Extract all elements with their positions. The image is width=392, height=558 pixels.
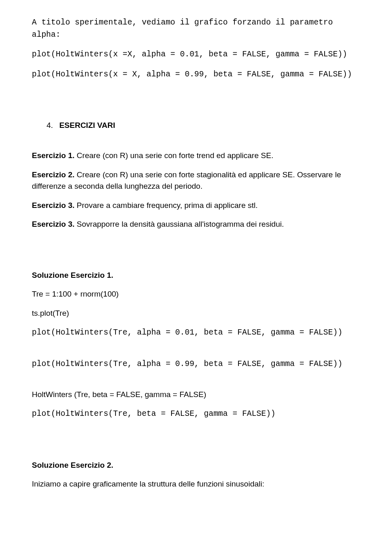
- exercise-3b-label: Esercizio 3.: [32, 220, 75, 228]
- solution-1-heading: Soluzione Esercizio 1.: [32, 270, 360, 281]
- section-number: 4.: [47, 121, 53, 129]
- exercise-2-label: Esercizio 2.: [32, 170, 75, 179]
- exercise-3b-text: Sovrapporre la densità gaussiana all'ist…: [75, 220, 284, 228]
- exercise-3-label: Esercizio 3.: [32, 201, 75, 210]
- sol1-line-tre: Tre = 1:100 + rnorm(100): [32, 288, 360, 300]
- section-heading: 4. ESERCIZI VARI: [32, 120, 360, 132]
- exercise-2: Esercizio 2. Creare (con R) una serie co…: [32, 169, 360, 192]
- exercise-3: Esercizio 3. Provare a cambiare frequenc…: [32, 200, 360, 212]
- exercise-1-label: Esercizio 1.: [32, 151, 75, 160]
- exercise-3b: Esercizio 3. Sovrapporre la densità gaus…: [32, 219, 360, 230]
- sol2-line-1: Iniziamo a capire graficamente la strutt…: [32, 478, 360, 490]
- exercise-1-text: Creare (con R) una serie con forte trend…: [75, 151, 274, 160]
- sol1-line-hw: HoltWinters (Tre, beta = FALSE, gamma = …: [32, 389, 360, 401]
- solution-2-heading: Soluzione Esercizio 2.: [32, 460, 360, 471]
- exercise-3-text: Provare a cambiare frequency, prima di a…: [75, 201, 258, 210]
- section-title: ESERCIZI VARI: [55, 121, 115, 129]
- code-line-1: plot(HoltWinters(x =X, alpha = 0.01, bet…: [32, 48, 360, 60]
- sol1-code-2: plot(HoltWinters(Tre, alpha = 0.99, beta…: [32, 358, 360, 370]
- code-line-2: plot(HoltWinters(x = X, alpha = 0.99, be…: [32, 68, 360, 80]
- sol1-code-3: plot(HoltWinters(Tre, beta = FALSE, gamm…: [32, 408, 360, 420]
- exercise-2-text: Creare (con R) una serie con forte stagi…: [32, 170, 341, 191]
- exercise-1: Esercizio 1. Creare (con R) una serie co…: [32, 150, 360, 162]
- sol1-code-1: plot(HoltWinters(Tre, alpha = 0.01, beta…: [32, 326, 360, 339]
- intro-text: A titolo sperimentale, vediamo il grafic…: [32, 16, 360, 41]
- sol1-line-tsplot: ts.plot(Tre): [32, 308, 360, 319]
